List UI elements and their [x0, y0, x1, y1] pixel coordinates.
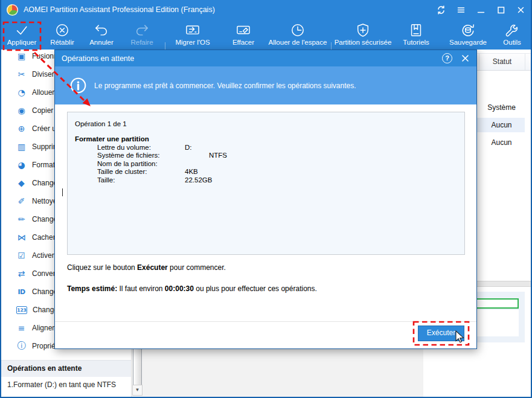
discard-circle-icon: [54, 22, 71, 39]
migrate-os-drive-icon: [184, 22, 201, 39]
redo-button[interactable]: Refaire: [122, 21, 162, 48]
execute-button[interactable]: Exécuter: [418, 326, 464, 341]
window-title: AOMEI Partition Assistant Professional E…: [24, 5, 215, 14]
app-logo-icon: [7, 4, 18, 16]
backup-button[interactable]: Sauvegarde: [444, 21, 492, 48]
allocate-space-button[interactable]: Allouer de l'espace: [266, 21, 330, 48]
operation-counter: Opération 1 de 1: [75, 120, 464, 127]
copy-partition-icon: ◉: [16, 106, 27, 115]
apply-button[interactable]: Appliquer: [2, 21, 41, 48]
info-icon: [69, 77, 87, 94]
pending-operations-panel: Opérations en attente 1.Formater (D:) en…: [0, 360, 131, 393]
wipe-drive-icon: [235, 22, 252, 39]
dialog-info-banner: Le programme est prêt à commencer. Veuil…: [55, 66, 476, 104]
hide-partition-icon: ⋈: [16, 233, 27, 242]
apply-check-icon: [13, 22, 30, 39]
scrollbar-thumb[interactable]: [133, 344, 142, 385]
dialog-title: Opérations en attente: [62, 54, 134, 63]
properties-info-icon: ⓘ: [16, 341, 27, 351]
dialog-info-message: Le programme est prêt à commencer. Veuil…: [94, 82, 356, 90]
minimize-button[interactable]: [473, 2, 489, 18]
merge-partitions-icon: ▣: [16, 51, 27, 61]
set-active-icon: ☑: [16, 251, 27, 260]
wipe-button[interactable]: Effacer: [220, 21, 267, 48]
undo-button[interactable]: Annuler: [82, 21, 121, 48]
footer-separator: [55, 321, 476, 322]
secure-partition-button[interactable]: Partition sécurisée: [333, 21, 393, 48]
titlebar: AOMEI Partition Assistant Professional E…: [0, 0, 532, 19]
split-partition-icon: ✂: [16, 69, 27, 79]
serial-number-icon: 123: [16, 306, 27, 314]
maximize-button[interactable]: [493, 2, 508, 18]
allocate-free-space-icon: ◔: [16, 88, 27, 97]
pending-operation-item: 1.Formater (D:) en tant que NTFS: [0, 377, 131, 393]
close-icon: [516, 5, 525, 14]
detail-row: Taille:22.52GB: [97, 176, 464, 184]
refresh-button[interactable]: [434, 2, 449, 18]
tools-wrench-icon: [504, 22, 521, 39]
dialog-close-icon: [460, 53, 470, 63]
create-partition-icon: ⊕: [16, 124, 27, 133]
app-window: AOMEI Partition Assistant Professional E…: [0, 0, 532, 398]
maximize-icon: [496, 5, 505, 14]
text-caret: [62, 188, 63, 196]
dialog-help-button[interactable]: ?: [442, 53, 452, 63]
operations-summary-box: Opération 1 de 1 Formater une partition …: [67, 112, 465, 255]
column-header-status[interactable]: Statut: [479, 54, 525, 70]
status-strip: [143, 349, 423, 398]
redo-arrow-icon: [133, 22, 150, 39]
format-partition-icon: ◕: [16, 160, 27, 170]
secure-partition-shield-icon: [354, 22, 371, 39]
tutorials-button[interactable]: Tutoriels: [394, 21, 438, 48]
allocate-space-clock-icon: [289, 22, 306, 39]
alignment-icon: ≡: [16, 323, 27, 333]
pending-operations-header: Opérations en attente: [0, 360, 131, 377]
discard-button[interactable]: Rétablir: [43, 21, 82, 48]
hamburger-menu-icon: [457, 5, 466, 14]
refresh-icon: [437, 5, 446, 14]
detail-row: Système de fichiers:NTFS: [97, 152, 464, 159]
convert-icon: ⇄: [16, 269, 27, 278]
detail-row: Nom de la partition:: [97, 160, 464, 168]
menu-button[interactable]: [453, 2, 469, 18]
tutorials-book-icon: [408, 22, 425, 39]
detail-row: Taille de cluster:4KB: [97, 168, 464, 176]
undo-arrow-icon: [93, 22, 110, 39]
pending-operations-dialog: Opérations en attente ? Le programme est…: [54, 50, 477, 349]
toolbar: Appliquer Rétablir Annuler Refaire Migre…: [0, 19, 532, 50]
delete-partition-icon: ▥: [16, 142, 27, 152]
tools-button[interactable]: Outils: [493, 21, 531, 48]
scrollbar-down-button[interactable]: ▼: [132, 385, 143, 396]
wipe-broom-icon: ✐: [16, 196, 27, 206]
migrate-os-button[interactable]: Migrer l'OS: [167, 21, 218, 48]
label-tag-icon: ◆: [16, 178, 27, 188]
execute-instruction: Cliquez sur le bouton Exécuter pour comm…: [67, 263, 226, 272]
dialog-titlebar: Opérations en attente ?: [55, 50, 476, 66]
backup-sync-database-icon: [460, 22, 476, 39]
detail-row: Lettre du volume:D:: [97, 144, 464, 152]
operation-title: Formater une partition: [75, 135, 464, 143]
minimize-icon: [476, 5, 486, 14]
type-id-icon: ID: [16, 288, 27, 296]
window-controls: [434, 0, 528, 19]
dialog-close-button[interactable]: [460, 53, 470, 63]
close-button[interactable]: [513, 2, 528, 18]
time-estimate: Temps estimé: Il faut environ 00:00:30 o…: [67, 284, 317, 293]
pencil-icon: ✏: [16, 214, 27, 224]
